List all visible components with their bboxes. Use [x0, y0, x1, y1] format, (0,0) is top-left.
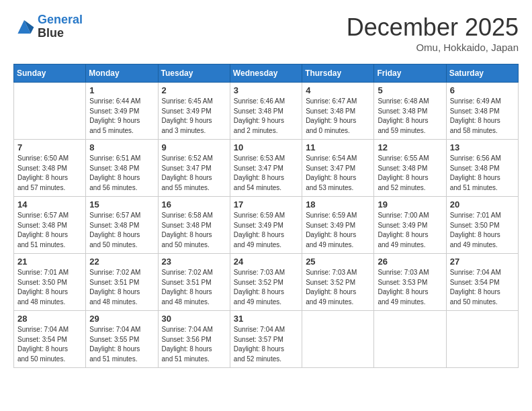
day-info: Sunrise: 6:52 AM Sunset: 3:47 PM Dayligh… [162, 154, 226, 193]
calendar-cell: 22Sunrise: 7:02 AM Sunset: 3:51 PM Dayli… [86, 254, 158, 311]
day-info: Sunrise: 7:01 AM Sunset: 3:50 PM Dayligh… [17, 268, 82, 307]
calendar-cell: 7Sunrise: 6:50 AM Sunset: 3:48 PM Daylig… [14, 140, 86, 197]
location: Omu, Hokkaido, Japan [347, 42, 519, 53]
calendar-cell: 27Sunrise: 7:04 AM Sunset: 3:54 PM Dayli… [446, 254, 518, 311]
page-header: General Blue December 2025 Omu, Hokkaido… [13, 13, 519, 53]
day-number: 24 [234, 257, 298, 267]
day-number: 19 [378, 199, 442, 210]
calendar-cell: 31Sunrise: 7:04 AM Sunset: 3:57 PM Dayli… [230, 311, 302, 368]
calendar-cell: 1Sunrise: 6:44 AM Sunset: 3:49 PM Daylig… [86, 83, 158, 140]
weekday-header-thursday: Thursday [302, 64, 374, 83]
title-block: December 2025 Omu, Hokkaido, Japan [347, 13, 519, 53]
weekday-header-wednesday: Wednesday [230, 64, 302, 83]
calendar-cell [302, 311, 374, 368]
weekday-header-monday: Monday [86, 64, 158, 83]
day-info: Sunrise: 6:59 AM Sunset: 3:49 PM Dayligh… [306, 211, 370, 250]
calendar-cell: 23Sunrise: 7:02 AM Sunset: 3:51 PM Dayli… [158, 254, 230, 311]
week-row-3: 14Sunrise: 6:57 AM Sunset: 3:48 PM Dayli… [14, 197, 519, 254]
logo-line1: General [38, 13, 83, 26]
month-title: December 2025 [347, 13, 519, 42]
calendar-cell: 15Sunrise: 6:57 AM Sunset: 3:48 PM Dayli… [86, 197, 158, 254]
day-number: 3 [234, 85, 298, 95]
day-number: 21 [17, 257, 82, 267]
day-info: Sunrise: 6:59 AM Sunset: 3:49 PM Dayligh… [234, 211, 298, 250]
day-number: 2 [162, 85, 226, 95]
calendar-cell: 25Sunrise: 7:03 AM Sunset: 3:52 PM Dayli… [302, 254, 374, 311]
day-number: 9 [162, 142, 226, 152]
day-info: Sunrise: 6:57 AM Sunset: 3:48 PM Dayligh… [89, 211, 154, 250]
logo: General Blue [13, 13, 83, 40]
day-number: 23 [162, 257, 226, 267]
calendar-cell: 28Sunrise: 7:04 AM Sunset: 3:54 PM Dayli… [14, 311, 86, 368]
weekday-header-saturday: Saturday [446, 64, 518, 83]
day-info: Sunrise: 6:53 AM Sunset: 3:47 PM Dayligh… [234, 154, 298, 193]
calendar-cell: 29Sunrise: 7:04 AM Sunset: 3:55 PM Dayli… [86, 311, 158, 368]
day-number: 14 [17, 199, 82, 210]
day-info: Sunrise: 6:48 AM Sunset: 3:48 PM Dayligh… [378, 97, 442, 136]
day-number: 16 [162, 199, 226, 210]
weekday-header-row: SundayMondayTuesdayWednesdayThursdayFrid… [14, 64, 519, 83]
calendar-cell: 8Sunrise: 6:51 AM Sunset: 3:48 PM Daylig… [86, 140, 158, 197]
day-number: 22 [89, 257, 154, 267]
calendar-cell: 3Sunrise: 6:46 AM Sunset: 3:48 PM Daylig… [230, 83, 302, 140]
day-info: Sunrise: 6:51 AM Sunset: 3:48 PM Dayligh… [89, 154, 154, 193]
weekday-header-sunday: Sunday [14, 64, 86, 83]
day-number: 7 [17, 142, 82, 152]
weekday-header-friday: Friday [374, 64, 446, 83]
day-info: Sunrise: 7:02 AM Sunset: 3:51 PM Dayligh… [162, 268, 226, 307]
calendar-cell: 12Sunrise: 6:55 AM Sunset: 3:48 PM Dayli… [374, 140, 446, 197]
calendar-cell: 16Sunrise: 6:58 AM Sunset: 3:48 PM Dayli… [158, 197, 230, 254]
day-info: Sunrise: 6:57 AM Sunset: 3:48 PM Dayligh… [17, 211, 82, 250]
day-number: 30 [162, 314, 226, 324]
day-number: 18 [306, 199, 370, 210]
day-number: 11 [306, 142, 370, 152]
day-number: 12 [378, 142, 442, 152]
calendar-cell [374, 311, 446, 368]
day-number: 15 [89, 199, 154, 210]
week-row-4: 21Sunrise: 7:01 AM Sunset: 3:50 PM Dayli… [14, 254, 519, 311]
calendar-cell: 4Sunrise: 6:47 AM Sunset: 3:48 PM Daylig… [302, 83, 374, 140]
calendar-cell: 19Sunrise: 7:00 AM Sunset: 3:49 PM Dayli… [374, 197, 446, 254]
day-info: Sunrise: 7:04 AM Sunset: 3:56 PM Dayligh… [162, 325, 226, 364]
day-number: 8 [89, 142, 154, 152]
calendar-cell [446, 311, 518, 368]
calendar-cell: 30Sunrise: 7:04 AM Sunset: 3:56 PM Dayli… [158, 311, 230, 368]
day-number: 29 [89, 314, 154, 324]
day-info: Sunrise: 7:03 AM Sunset: 3:52 PM Dayligh… [306, 268, 370, 307]
day-number: 17 [234, 199, 298, 210]
day-info: Sunrise: 6:54 AM Sunset: 3:47 PM Dayligh… [306, 154, 370, 193]
weekday-header-tuesday: Tuesday [158, 64, 230, 83]
calendar-cell: 13Sunrise: 6:56 AM Sunset: 3:48 PM Dayli… [446, 140, 518, 197]
day-number: 20 [450, 199, 515, 210]
day-info: Sunrise: 6:49 AM Sunset: 3:48 PM Dayligh… [450, 97, 515, 136]
calendar-cell: 10Sunrise: 6:53 AM Sunset: 3:47 PM Dayli… [230, 140, 302, 197]
week-row-1: 1Sunrise: 6:44 AM Sunset: 3:49 PM Daylig… [14, 83, 519, 140]
logo-line2: Blue [38, 27, 83, 40]
day-number: 31 [234, 314, 298, 324]
day-number: 27 [450, 257, 515, 267]
calendar-cell: 26Sunrise: 7:03 AM Sunset: 3:53 PM Dayli… [374, 254, 446, 311]
day-info: Sunrise: 6:47 AM Sunset: 3:48 PM Dayligh… [306, 97, 370, 136]
calendar-cell: 11Sunrise: 6:54 AM Sunset: 3:47 PM Dayli… [302, 140, 374, 197]
calendar-cell: 14Sunrise: 6:57 AM Sunset: 3:48 PM Dayli… [14, 197, 86, 254]
calendar-cell: 18Sunrise: 6:59 AM Sunset: 3:49 PM Dayli… [302, 197, 374, 254]
day-info: Sunrise: 7:00 AM Sunset: 3:49 PM Dayligh… [378, 211, 442, 250]
day-info: Sunrise: 6:45 AM Sunset: 3:49 PM Dayligh… [162, 97, 226, 136]
day-info: Sunrise: 7:02 AM Sunset: 3:51 PM Dayligh… [89, 268, 154, 307]
day-info: Sunrise: 6:55 AM Sunset: 3:48 PM Dayligh… [378, 154, 442, 193]
day-info: Sunrise: 7:01 AM Sunset: 3:50 PM Dayligh… [450, 211, 515, 250]
day-info: Sunrise: 7:03 AM Sunset: 3:52 PM Dayligh… [234, 268, 298, 307]
day-info: Sunrise: 6:58 AM Sunset: 3:48 PM Dayligh… [162, 211, 226, 250]
day-number: 26 [378, 257, 442, 267]
calendar-table: SundayMondayTuesdayWednesdayThursdayFrid… [13, 64, 519, 368]
day-info: Sunrise: 7:04 AM Sunset: 3:57 PM Dayligh… [234, 325, 298, 364]
day-number: 4 [306, 85, 370, 95]
calendar-cell: 6Sunrise: 6:49 AM Sunset: 3:48 PM Daylig… [446, 83, 518, 140]
day-info: Sunrise: 6:50 AM Sunset: 3:48 PM Dayligh… [17, 154, 82, 193]
day-number: 28 [17, 314, 82, 324]
calendar-cell [14, 83, 86, 140]
logo-icon [13, 17, 35, 36]
calendar-cell: 17Sunrise: 6:59 AM Sunset: 3:49 PM Dayli… [230, 197, 302, 254]
calendar-cell: 5Sunrise: 6:48 AM Sunset: 3:48 PM Daylig… [374, 83, 446, 140]
day-number: 10 [234, 142, 298, 152]
